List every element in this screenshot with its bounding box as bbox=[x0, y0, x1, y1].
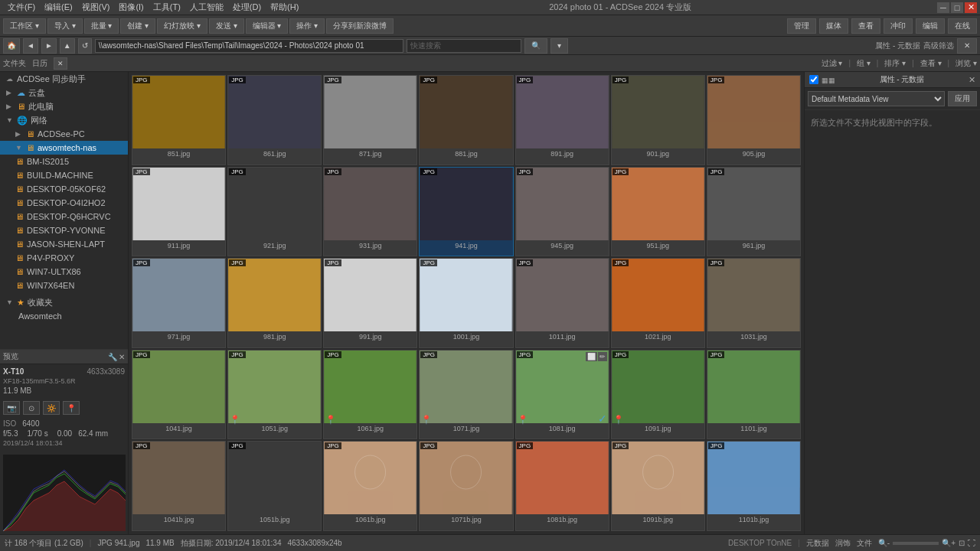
home-button[interactable]: 🏠 bbox=[3, 38, 20, 54]
photo-item[interactable]: JPG961.jpg bbox=[707, 167, 801, 257]
photo-item[interactable]: JPG1011.jpg bbox=[515, 258, 609, 348]
sidebar-item-jason[interactable]: 🖥 JASON-SHEN-LAPT bbox=[0, 237, 128, 251]
photo-item[interactable]: JPG911.jpg bbox=[132, 167, 226, 257]
advanced-filter[interactable]: 高级筛选 bbox=[923, 41, 954, 51]
photo-item[interactable]: JPG1091b.jpg bbox=[611, 441, 705, 531]
preview-close[interactable]: ✕ bbox=[119, 353, 125, 361]
refresh-button[interactable]: ↺ bbox=[78, 38, 92, 54]
sidebar-item-build[interactable]: 🖥 BUILD-MACHINE bbox=[0, 168, 128, 182]
photo-item[interactable]: JPG1041b.jpg bbox=[132, 441, 226, 531]
view-tab[interactable]: 查看 bbox=[851, 18, 880, 34]
zoom-out-icon[interactable]: 🔍- bbox=[878, 539, 890, 547]
sidebar-item-win7x64[interactable]: 🖥 WIN7X64EN bbox=[0, 279, 128, 292]
photo-item[interactable]: JPG1101b.jpg bbox=[707, 441, 801, 531]
photo-item[interactable]: JPG📍1091.jpg bbox=[611, 350, 705, 440]
photo-item[interactable]: JPG945.jpg bbox=[515, 167, 609, 257]
panel-checkbox[interactable] bbox=[809, 75, 818, 84]
menu-edit[interactable]: 编辑(E) bbox=[40, 2, 77, 13]
view-btn[interactable]: 查看 ▾ bbox=[920, 58, 942, 69]
photo-item[interactable]: JPG991.jpg bbox=[323, 258, 417, 348]
panel-close-button[interactable]: ✕ bbox=[969, 75, 975, 85]
nav-folder[interactable]: 文件夹 bbox=[3, 58, 26, 69]
exif-icon-btn-2[interactable]: ⊙ bbox=[23, 401, 40, 415]
photo-item[interactable]: JPG905.jpg bbox=[707, 75, 801, 165]
sort-btn[interactable]: 排序 ▾ bbox=[884, 58, 906, 69]
create-button[interactable]: 创建 ▾ bbox=[120, 18, 155, 34]
group-btn[interactable]: 组 ▾ bbox=[857, 58, 871, 69]
editor-button[interactable]: 编辑器 ▾ bbox=[246, 18, 289, 34]
minimize-button[interactable]: ─ bbox=[937, 2, 949, 13]
sidebar-item-favorites[interactable]: ▼ ★ 收藏夹 bbox=[0, 295, 128, 309]
maximize-button[interactable]: □ bbox=[951, 2, 963, 13]
metadata-view-select[interactable]: Default Metadata View bbox=[808, 91, 945, 106]
slideshow-button[interactable]: 幻灯放映 ▾ bbox=[157, 18, 207, 34]
apply-button[interactable]: 应用 bbox=[948, 91, 977, 106]
sidebar-item-network[interactable]: ▼ 🌐 网络 bbox=[0, 113, 128, 127]
sidebar-item-cloud[interactable]: ▶ ☁ 云盘 bbox=[0, 86, 128, 99]
photo-item[interactable]: JPG📍1061.jpg bbox=[323, 350, 417, 440]
zoom-slider[interactable] bbox=[893, 542, 939, 545]
photo-item[interactable]: JPG981.jpg bbox=[227, 258, 322, 348]
photo-item[interactable]: JPG851.jpg bbox=[132, 75, 226, 165]
workspace-button[interactable]: 工作区 ▾ bbox=[3, 18, 46, 34]
photo-item[interactable]: JPG1101.jpg bbox=[707, 350, 801, 440]
exif-icon-btn-1[interactable]: 📷 bbox=[3, 401, 20, 415]
menu-ai[interactable]: 人工智能 bbox=[185, 2, 228, 13]
path-bar[interactable]: \\awsomtech-nas\Shared Files\Temp\Tail\I… bbox=[95, 39, 403, 53]
photo-item[interactable]: JPG📍✓⬜✏1081.jpg bbox=[515, 350, 609, 440]
more-search-button[interactable]: ▾ bbox=[550, 38, 568, 54]
retouch-label[interactable]: 润饰 bbox=[835, 538, 851, 549]
nav-calendar[interactable]: 日历 bbox=[32, 58, 47, 69]
batch-button[interactable]: 批量 ▾ bbox=[84, 18, 119, 34]
photo-item[interactable]: JPG971.jpg bbox=[132, 258, 226, 348]
send-button[interactable]: 发送 ▾ bbox=[209, 18, 244, 34]
sidebar-item-p4v[interactable]: 🖥 P4V-PROXY bbox=[0, 251, 128, 265]
photo-item[interactable]: JPG1041.jpg bbox=[132, 350, 226, 440]
menu-help[interactable]: 帮助(H) bbox=[266, 2, 303, 13]
menu-image[interactable]: 图像(I) bbox=[114, 2, 148, 13]
import-button[interactable]: 导入 ▾ bbox=[47, 18, 83, 34]
sidebar-item-acdsee-sync[interactable]: ☁ ACDSee 同步助手 bbox=[0, 72, 128, 86]
photo-item[interactable]: JPG1031.jpg bbox=[707, 258, 801, 348]
menu-file[interactable]: 文件(F) bbox=[3, 2, 40, 13]
properties-close[interactable]: ✕ bbox=[957, 38, 977, 54]
preview-resize[interactable]: 🔧 bbox=[108, 353, 117, 361]
photo-item[interactable]: JPG931.jpg bbox=[323, 167, 417, 257]
photo-item[interactable]: JPG1001.jpg bbox=[419, 258, 513, 348]
manage-tab[interactable]: 管理 bbox=[787, 18, 816, 34]
sidebar-item-awsomtech[interactable]: Awsomtech bbox=[0, 309, 128, 323]
photo-item[interactable]: JPG951.jpg bbox=[611, 167, 705, 257]
action-button[interactable]: 操作 ▾ bbox=[289, 18, 325, 34]
photo-item[interactable]: JPG891.jpg bbox=[515, 75, 609, 165]
filter-btn[interactable]: 过滤 ▾ bbox=[822, 58, 843, 69]
search-button[interactable]: 🔍 bbox=[524, 38, 547, 54]
photo-item[interactable]: JPG881.jpg bbox=[419, 75, 513, 165]
menu-tools[interactable]: 工具(T) bbox=[149, 2, 185, 13]
close-button[interactable]: ✕ bbox=[965, 2, 977, 13]
photo-item[interactable]: JPG871.jpg bbox=[323, 75, 417, 165]
zoom-in-icon[interactable]: 🔍+ bbox=[942, 539, 956, 547]
media-tab[interactable]: 媒体 bbox=[819, 18, 848, 34]
sidebar-item-desktop1[interactable]: 🖥 DESKTOP-05KOF62 bbox=[0, 182, 128, 196]
online-tab[interactable]: 在线 bbox=[948, 18, 977, 34]
photo-item[interactable]: JPG1051b.jpg bbox=[227, 441, 322, 531]
browse-btn[interactable]: 浏览 ▾ bbox=[956, 58, 977, 69]
file-label[interactable]: 文件 bbox=[857, 538, 872, 549]
weibo-button[interactable]: 分享到新浪微博 bbox=[326, 18, 394, 34]
meta-label-bottom[interactable]: 元数据 bbox=[806, 538, 829, 549]
photo-item[interactable]: JPG1071b.jpg bbox=[419, 441, 513, 531]
up-button[interactable]: ▲ bbox=[60, 38, 75, 54]
sidebar-item-desktop3[interactable]: 🖥 DESKTOP-Q6HCRVC bbox=[0, 210, 128, 223]
photo-item[interactable]: JPG861.jpg bbox=[227, 75, 322, 165]
sidebar-item-pc[interactable]: ▶ 🖥 此电脑 bbox=[0, 99, 128, 113]
sidebar-item-desktop-yvonne[interactable]: 🖥 DESKTOP-YVONNE bbox=[0, 223, 128, 237]
back-button[interactable]: ◄ bbox=[23, 38, 38, 54]
photo-item[interactable]: JPG📍1071.jpg bbox=[419, 350, 513, 440]
photo-item[interactable]: JPG1021.jpg bbox=[611, 258, 705, 348]
menu-view[interactable]: 视图(V) bbox=[77, 2, 115, 13]
exif-icon-btn-4[interactable]: 📍 bbox=[63, 401, 80, 415]
photo-item[interactable]: JPG1081b.jpg bbox=[515, 441, 609, 531]
menu-process[interactable]: 处理(D) bbox=[228, 2, 266, 13]
photo-item[interactable]: JPG921.jpg bbox=[227, 167, 322, 257]
develop-tab[interactable]: 冲印 bbox=[884, 18, 913, 34]
